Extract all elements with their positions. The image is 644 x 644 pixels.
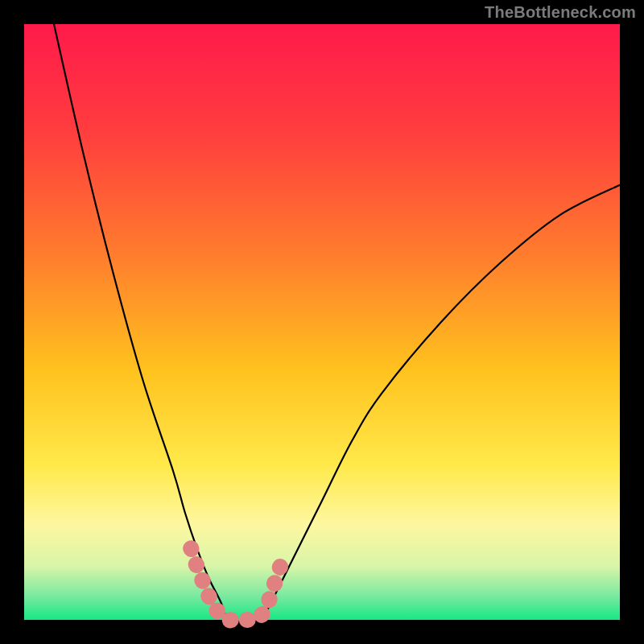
chart-frame: TheBottleneck.com xyxy=(0,0,644,644)
curve-left-branch xyxy=(54,24,227,620)
marker-pink-dots xyxy=(191,548,280,620)
curve-right-branch xyxy=(262,185,620,620)
watermark-text: TheBottleneck.com xyxy=(485,3,636,22)
chart-overlay xyxy=(24,24,620,620)
